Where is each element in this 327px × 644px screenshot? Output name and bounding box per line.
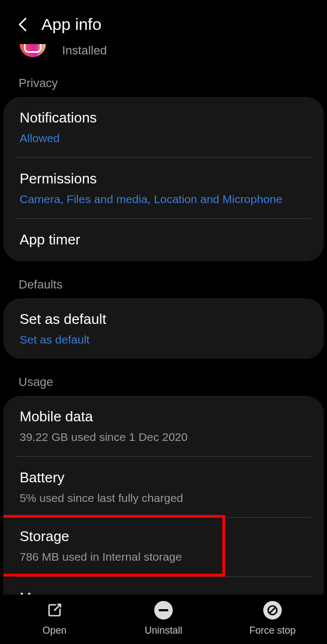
force-stop-button[interactable]: Force stop bbox=[218, 600, 327, 636]
app-status-row: Installed bbox=[0, 44, 327, 70]
svg-rect-0 bbox=[159, 609, 168, 611]
row-sub: Allowed bbox=[20, 131, 307, 145]
row-title: Notifications bbox=[20, 109, 307, 127]
row-title: Storage bbox=[20, 528, 206, 546]
row-mobile-data[interactable]: Mobile data 39.22 GB used since 1 Dec 20… bbox=[3, 396, 324, 456]
minus-circle-icon bbox=[153, 600, 174, 621]
button-label: Force stop bbox=[249, 625, 295, 636]
card-usage: Mobile data 39.22 GB used since 1 Dec 20… bbox=[3, 396, 324, 610]
row-sub: Set as default bbox=[20, 332, 307, 347]
instagram-icon bbox=[20, 44, 46, 57]
row-notifications[interactable]: Notifications Allowed bbox=[3, 97, 324, 157]
row-sub: 786 MB used in Internal storage bbox=[20, 549, 206, 564]
install-status: Installed bbox=[62, 44, 107, 58]
row-title: Set as default bbox=[20, 310, 307, 329]
button-label: Uninstall bbox=[144, 625, 182, 636]
row-set-default[interactable]: Set as default Set as default bbox=[3, 298, 324, 359]
button-label: Open bbox=[43, 625, 66, 636]
section-label-defaults: Defaults bbox=[0, 271, 327, 298]
svg-line-2 bbox=[269, 607, 276, 614]
row-permissions[interactable]: Permissions Camera, Files and media, Loc… bbox=[3, 158, 324, 218]
card-defaults: Set as default Set as default bbox=[3, 298, 324, 359]
row-storage[interactable]: Storage 786 MB used in Internal storage bbox=[3, 515, 225, 576]
row-sub: 39.22 GB used since 1 Dec 2020 bbox=[20, 430, 307, 444]
header: App info bbox=[0, 0, 327, 44]
bottom-bar: Open Uninstall Force stop bbox=[0, 594, 327, 644]
row-app-timer[interactable]: App timer bbox=[3, 219, 324, 261]
row-title: Battery bbox=[20, 469, 307, 487]
row-battery[interactable]: Battery 5% used since last fully charged bbox=[3, 457, 324, 517]
page-title: App info bbox=[41, 15, 101, 34]
open-button[interactable]: Open bbox=[0, 600, 109, 636]
back-icon[interactable] bbox=[15, 17, 29, 32]
row-sub: 5% used since last fully charged bbox=[20, 490, 307, 505]
card-privacy: Notifications Allowed Permissions Camera… bbox=[3, 97, 324, 261]
row-sub: Camera, Files and media, Location and Mi… bbox=[20, 192, 307, 206]
uninstall-button[interactable]: Uninstall bbox=[109, 600, 218, 636]
row-title: App timer bbox=[20, 231, 307, 249]
section-label-usage: Usage bbox=[0, 369, 327, 396]
open-icon bbox=[44, 600, 65, 621]
row-title: Permissions bbox=[20, 170, 307, 188]
row-title: Mobile data bbox=[20, 408, 307, 426]
section-label-privacy: Privacy bbox=[0, 70, 327, 97]
stop-circle-icon bbox=[262, 600, 283, 621]
